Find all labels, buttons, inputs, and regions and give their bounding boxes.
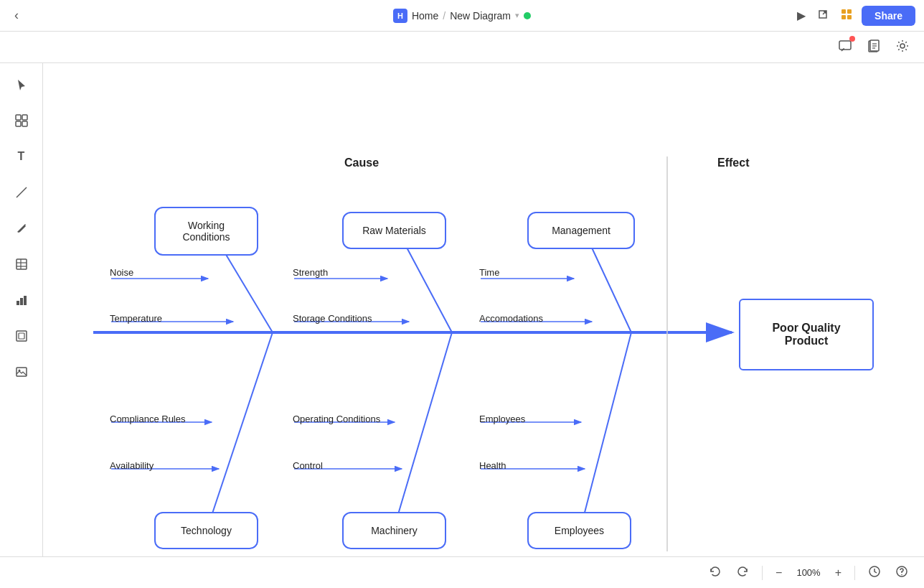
settings-button[interactable] — [892, 36, 913, 59]
sublabel-time: Time — [479, 267, 499, 278]
breadcrumb: H Home / New Diagram ▾ — [393, 9, 531, 23]
frame-icon — [15, 330, 28, 342]
zoom-level[interactable]: 100% — [792, 567, 824, 578]
redo-icon — [736, 565, 749, 578]
category-machinery[interactable]: Machinery — [342, 512, 446, 549]
category-raw-materials-label: Raw Materials — [362, 225, 426, 236]
category-working-conditions[interactable]: WorkingConditions — [154, 207, 258, 256]
diagram-canvas[interactable]: Cause Effect WorkingConditions Raw Mater… — [43, 63, 924, 556]
frame-tool[interactable] — [9, 323, 34, 349]
sublabel-strength: Strength — [293, 267, 328, 278]
help-button[interactable] — [891, 562, 913, 584]
chevron-down-icon[interactable]: ▾ — [515, 11, 519, 20]
text-tool[interactable]: T — [9, 144, 34, 169]
text-icon: T — [18, 150, 25, 163]
svg-rect-24 — [19, 333, 24, 339]
sublabel-accomodations: Accomodations — [479, 313, 543, 324]
pages-button[interactable] — [864, 36, 884, 59]
svg-rect-1 — [847, 9, 852, 14]
svg-rect-2 — [842, 15, 846, 19]
divider — [762, 566, 763, 580]
shapes-icon — [15, 114, 28, 127]
svg-rect-4 — [839, 41, 851, 50]
svg-rect-22 — [24, 296, 27, 305]
table-tool[interactable] — [9, 251, 34, 277]
svg-rect-12 — [22, 115, 27, 120]
svg-rect-14 — [22, 121, 27, 126]
play-button[interactable]: ▶ — [794, 6, 808, 25]
history-button[interactable] — [864, 562, 885, 584]
settings-icon — [895, 39, 910, 53]
image-icon — [15, 365, 28, 378]
breadcrumb-home[interactable]: Home — [412, 10, 438, 22]
sublabel-noise: Noise — [110, 267, 133, 278]
svg-rect-3 — [847, 15, 852, 19]
notification-dot — [849, 36, 855, 42]
effect-box-poor-quality[interactable]: Poor QualityProduct — [739, 299, 874, 370]
svg-rect-21 — [20, 298, 23, 305]
category-working-conditions-label: WorkingConditions — [182, 220, 230, 243]
svg-line-36 — [581, 332, 631, 526]
breadcrumb-diagram[interactable]: New Diagram — [450, 10, 511, 22]
category-management[interactable]: Management — [527, 212, 635, 249]
category-employees[interactable]: Employees — [527, 512, 631, 549]
sublabel-temperature: Temperature — [110, 313, 162, 324]
secondary-toolbar — [0, 32, 924, 63]
cursor-tool[interactable] — [9, 72, 34, 98]
export-icon — [817, 9, 829, 20]
redo-button[interactable] — [732, 562, 753, 584]
category-technology[interactable]: Technology — [154, 512, 258, 549]
shapes-tool[interactable] — [9, 108, 34, 134]
svg-rect-11 — [16, 115, 21, 120]
back-button[interactable]: ‹ — [9, 5, 24, 26]
zoom-out-button[interactable]: − — [771, 564, 786, 582]
image-tool[interactable] — [9, 359, 34, 385]
category-machinery-label: Machinery — [371, 525, 418, 536]
grid-icon — [840, 8, 853, 21]
category-technology-label: Technology — [181, 525, 232, 536]
pages-icon — [867, 39, 881, 53]
undo-button[interactable] — [704, 562, 726, 584]
history-icon — [868, 565, 881, 578]
help-icon — [895, 565, 908, 578]
cause-label: Cause — [344, 157, 379, 169]
svg-rect-20 — [16, 301, 19, 305]
table-icon — [15, 258, 28, 271]
draw-tool[interactable] — [9, 215, 34, 241]
category-raw-materials[interactable]: Raw Materials — [342, 212, 446, 249]
status-saved-dot — [524, 12, 531, 19]
sublabel-availability: Availability — [110, 460, 154, 471]
svg-point-10 — [900, 44, 905, 48]
effect-box-label: Poor QualityProduct — [772, 322, 840, 347]
svg-point-51 — [901, 574, 902, 575]
sublabel-compliance-rules: Compliance Rules — [110, 414, 186, 424]
sublabel-operating-conditions: Operating Conditions — [293, 414, 380, 424]
svg-line-35 — [395, 332, 452, 526]
svg-rect-13 — [16, 121, 21, 126]
grid-button[interactable] — [837, 5, 856, 27]
svg-rect-16 — [16, 259, 27, 269]
cursor-icon — [15, 78, 28, 91]
export-button[interactable] — [814, 6, 831, 26]
undo-icon — [709, 565, 722, 578]
svg-line-15 — [16, 187, 27, 197]
svg-line-34 — [208, 332, 273, 526]
chart-tool[interactable] — [9, 287, 34, 313]
sublabel-health: Health — [479, 460, 506, 471]
app-logo: H — [393, 9, 407, 23]
svg-rect-0 — [842, 9, 846, 14]
share-button[interactable]: Share — [862, 6, 915, 26]
svg-rect-23 — [16, 331, 27, 341]
line-tool[interactable] — [9, 179, 34, 205]
comment-button[interactable] — [835, 36, 855, 59]
effect-label: Effect — [717, 157, 749, 169]
left-sidebar: T — [0, 63, 43, 556]
breadcrumb-separator: / — [443, 10, 446, 22]
sublabel-employees-bottom: Employees — [479, 414, 525, 424]
sublabel-storage-conditions: Storage Conditions — [293, 313, 372, 324]
zoom-in-button[interactable]: + — [831, 564, 846, 582]
sublabel-control: Control — [293, 460, 323, 471]
draw-icon — [15, 222, 28, 235]
chart-icon — [15, 294, 28, 307]
line-icon — [15, 186, 28, 199]
